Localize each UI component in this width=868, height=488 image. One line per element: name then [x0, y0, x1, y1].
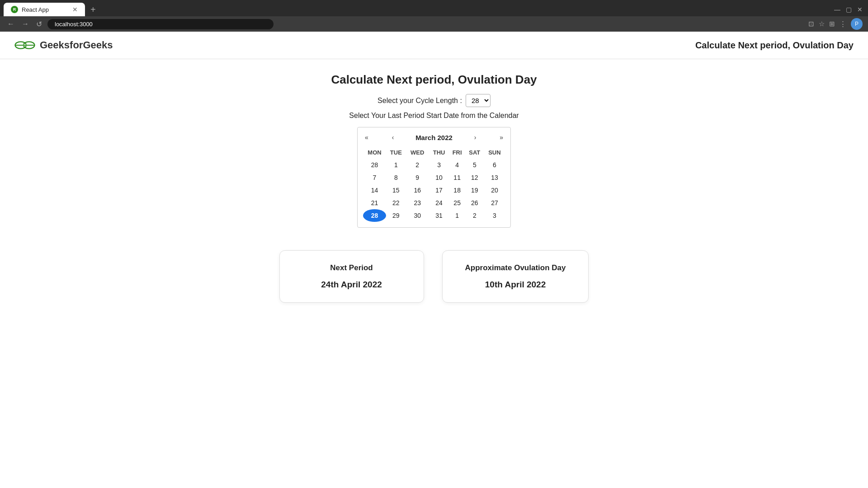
tab-bar: R React App ✕ + — ▢ ✕ [0, 0, 868, 16]
calendar-day[interactable]: 13 [484, 171, 505, 184]
calendar-day[interactable]: 19 [465, 184, 484, 197]
day-header-wed: WED [406, 146, 429, 159]
ovulation-day-value: 10th April 2022 [465, 280, 566, 290]
calendar-day[interactable]: 31 [429, 209, 449, 222]
page-title: Calculate Next period, Ovulation Day [331, 73, 537, 87]
next-period-value: 24th April 2022 [302, 280, 401, 290]
tab-label: React App [22, 6, 49, 13]
logo: GeeksforGeeks [14, 37, 113, 53]
calendar-body: 2812345678910111213141516171819202122232… [363, 159, 505, 222]
nav-back-button[interactable]: ← [5, 19, 16, 29]
bookmark-icon[interactable]: ☆ [819, 20, 825, 28]
calendar-day[interactable]: 14 [363, 184, 386, 197]
nav-refresh-button[interactable]: ↺ [34, 19, 44, 29]
calendar-day[interactable]: 1 [449, 209, 465, 222]
calendar-row: 28293031123 [363, 209, 505, 222]
calendar-header: « ‹ March 2022 › » [363, 133, 505, 142]
ovulation-day-label: Approximate Ovulation Day [465, 263, 566, 272]
calendar-day[interactable]: 3 [484, 209, 505, 222]
calendar-day[interactable]: 2 [465, 209, 484, 222]
calendar-day[interactable]: 26 [465, 197, 484, 209]
header-title: Calculate Next period, Ovulation Day [695, 40, 854, 51]
calendar-day[interactable]: 21 [363, 197, 386, 209]
window-minimize[interactable]: — [834, 6, 840, 13]
browser-chrome: R React App ✕ + — ▢ ✕ ← → ↺ ⊡ ☆ ⊞ ⋮ P [0, 0, 868, 32]
calendar-day[interactable]: 15 [386, 184, 406, 197]
browser-menu-icon[interactable]: ⋮ [840, 20, 846, 28]
calendar-day[interactable]: 5 [465, 159, 484, 171]
calendar-day[interactable]: 28 [363, 209, 386, 222]
calendar-day[interactable]: 4 [449, 159, 465, 171]
calendar-day[interactable]: 29 [386, 209, 406, 222]
calendar-month: March 2022 [415, 134, 453, 141]
calendar-day[interactable]: 2 [406, 159, 429, 171]
calendar-row: 21222324252627 [363, 197, 505, 209]
day-header-sun: SUN [484, 146, 505, 159]
calendar-day[interactable]: 6 [484, 159, 505, 171]
calendar-day[interactable]: 30 [406, 209, 429, 222]
tab-close-button[interactable]: ✕ [72, 6, 78, 13]
calendar-row: 14151617181920 [363, 184, 505, 197]
address-input[interactable] [47, 19, 274, 29]
calendar-day[interactable]: 22 [386, 197, 406, 209]
new-tab-button[interactable]: + [87, 5, 99, 15]
ovulation-day-card: Approximate Ovulation Day 10th April 202… [442, 250, 589, 303]
day-header-fri: FRI [449, 146, 465, 159]
calendar-day[interactable]: 28 [363, 159, 386, 171]
prev-month-button[interactable]: ‹ [390, 133, 396, 142]
calendar-day[interactable]: 25 [449, 197, 465, 209]
calendar-day[interactable]: 18 [449, 184, 465, 197]
window-maximize[interactable]: ▢ [846, 6, 852, 13]
day-header-tue: TUE [386, 146, 406, 159]
prev-year-button[interactable]: « [363, 133, 370, 142]
calendar-day[interactable]: 16 [406, 184, 429, 197]
cycle-length-row: Select your Cycle Length : 2122232425262… [377, 94, 491, 107]
nav-forward-button[interactable]: → [20, 19, 31, 29]
calendar-day[interactable]: 3 [429, 159, 449, 171]
calendar-day[interactable]: 20 [484, 184, 505, 197]
logo-text: GeeksforGeeks [40, 39, 113, 51]
calendar-header-row: MONTUEWEDTHUFRISATSUN [363, 146, 505, 159]
window-close[interactable]: ✕ [857, 6, 863, 13]
next-month-button[interactable]: › [472, 133, 478, 142]
next-year-button[interactable]: » [498, 133, 505, 142]
calendar-grid: MONTUEWEDTHUFRISATSUN 281234567891011121… [363, 146, 505, 222]
calendar-row: 78910111213 [363, 171, 505, 184]
calendar-day[interactable]: 12 [465, 171, 484, 184]
profile-avatar[interactable]: P [851, 18, 863, 30]
day-header-thu: THU [429, 146, 449, 159]
extensions-icon[interactable]: ⊞ [829, 20, 835, 28]
cast-icon: ⊡ [808, 20, 814, 28]
calendar-day[interactable]: 8 [386, 171, 406, 184]
tab-favicon: R [11, 6, 18, 13]
calendar-day[interactable]: 9 [406, 171, 429, 184]
calendar-subtitle: Select Your Last Period Start Date from … [349, 112, 519, 120]
day-header-mon: MON [363, 146, 386, 159]
address-icons: ⊡ ☆ ⊞ ⋮ P [808, 18, 863, 30]
next-period-card: Next Period 24th April 2022 [279, 250, 424, 303]
calendar-day[interactable]: 10 [429, 171, 449, 184]
calendar-day[interactable]: 11 [449, 171, 465, 184]
result-cards: Next Period 24th April 2022 Approximate … [279, 250, 589, 303]
cycle-length-select[interactable]: 212223242526272829303132333435 [466, 94, 491, 107]
app-header: GeeksforGeeks Calculate Next period, Ovu… [0, 32, 868, 59]
logo-icon [14, 37, 35, 53]
calendar-day[interactable]: 27 [484, 197, 505, 209]
next-period-label: Next Period [302, 263, 401, 272]
calendar-day[interactable]: 17 [429, 184, 449, 197]
calendar-container: « ‹ March 2022 › » MONTUEWEDTHUFRISATSUN… [357, 127, 511, 228]
calendar-day[interactable]: 24 [429, 197, 449, 209]
main-content: Calculate Next period, Ovulation Day Sel… [0, 59, 868, 488]
cycle-length-label: Select your Cycle Length : [377, 97, 462, 105]
calendar-day[interactable]: 7 [363, 171, 386, 184]
day-header-sat: SAT [465, 146, 484, 159]
calendar-row: 28123456 [363, 159, 505, 171]
calendar-day[interactable]: 1 [386, 159, 406, 171]
address-bar: ← → ↺ ⊡ ☆ ⊞ ⋮ P [0, 16, 868, 32]
calendar-day[interactable]: 23 [406, 197, 429, 209]
active-tab[interactable]: R React App ✕ [4, 3, 85, 16]
